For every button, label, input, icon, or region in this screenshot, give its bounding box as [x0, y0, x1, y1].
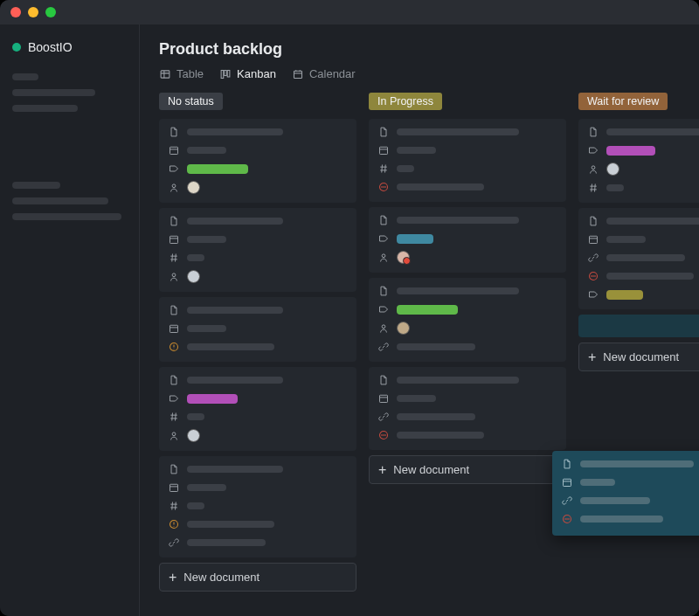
document-icon [587, 215, 599, 227]
assignee-avatar [187, 270, 200, 283]
link-icon [561, 495, 573, 507]
new-document-label: New document [393, 463, 469, 476]
kanban-card[interactable] [159, 367, 356, 451]
svg-rect-3 [221, 70, 224, 78]
column-header[interactable]: In Progress [369, 93, 442, 110]
new-document-label: New document [603, 350, 679, 363]
document-icon [168, 126, 180, 138]
svg-rect-4 [225, 70, 227, 75]
card-title [187, 218, 283, 225]
card-date [580, 479, 615, 486]
view-tabs: Table Kanban Calendar [159, 67, 699, 80]
svg-rect-20 [170, 325, 178, 332]
card-title [187, 307, 283, 314]
document-icon [168, 304, 180, 316]
new-document-button[interactable]: + New document [159, 563, 356, 592]
kanban-card[interactable] [369, 278, 566, 362]
view-tab-table[interactable]: Table [159, 67, 204, 80]
sidebar-item[interactable] [12, 182, 60, 189]
column-header[interactable]: Wait for review [578, 93, 668, 110]
person-icon [168, 182, 180, 194]
card-meta [397, 183, 484, 190]
link-icon [377, 341, 390, 353]
document-icon [168, 215, 180, 227]
card-date [187, 325, 226, 332]
card-tag [397, 305, 458, 315]
calendar-icon [168, 322, 180, 335]
new-document-label: New document [183, 571, 260, 584]
card-number [187, 254, 204, 261]
card-link [606, 254, 685, 261]
kanban-column-no-status: No status [159, 93, 356, 607]
card-tag [187, 394, 238, 404]
card-title [397, 217, 519, 224]
card-meta [187, 521, 274, 528]
workspace-name: BoostIO [28, 40, 73, 54]
svg-line-17 [172, 254, 173, 262]
app-window: BoostIO Product backlog Table [0, 0, 699, 616]
sidebar-item[interactable] [12, 213, 121, 220]
main-content: Product backlog Table Kanban [140, 24, 699, 616]
document-icon [168, 374, 180, 386]
kanban-card[interactable] [578, 119, 699, 203]
sidebar-item[interactable] [12, 73, 38, 80]
assignee-avatar [606, 163, 619, 176]
card-date [187, 147, 226, 154]
warning-icon [168, 518, 180, 530]
calendar-icon [168, 144, 180, 156]
view-tab-calendar[interactable]: Calendar [292, 67, 356, 80]
window-minimize-button[interactable] [28, 7, 38, 17]
document-icon [377, 285, 390, 297]
calendar-icon [561, 476, 573, 488]
dragging-card[interactable] [552, 451, 699, 536]
new-document-button[interactable]: + New document [369, 455, 566, 484]
svg-line-25 [172, 413, 173, 421]
window-close-button[interactable] [10, 7, 21, 17]
svg-rect-0 [161, 70, 170, 77]
kanban-card[interactable] [159, 208, 356, 292]
workspace-switcher[interactable]: BoostIO [12, 40, 127, 54]
card-title [606, 128, 699, 135]
kanban-column-in-progress: In Progress [369, 93, 566, 607]
kanban-card[interactable] [369, 119, 566, 202]
page-title: Product backlog [159, 40, 699, 59]
card-tag [397, 234, 433, 244]
view-tab-label: Calendar [309, 67, 356, 80]
card-date [397, 395, 436, 402]
kanban-card[interactable] [369, 207, 566, 273]
sidebar-item[interactable] [12, 89, 95, 96]
view-tab-kanban[interactable]: Kanban [219, 67, 276, 80]
card-drop-zone[interactable] [578, 315, 699, 337]
kanban-card[interactable] [159, 297, 356, 362]
sidebar-item[interactable] [12, 105, 78, 112]
svg-line-18 [176, 254, 176, 262]
kanban-card[interactable] [369, 367, 566, 450]
blocked-icon [561, 513, 573, 525]
assignee-avatar [397, 322, 410, 335]
tag-icon [168, 163, 180, 175]
window-maximize-button[interactable] [45, 7, 56, 17]
card-title [397, 377, 519, 384]
tag-icon [168, 392, 180, 405]
card-title [187, 466, 283, 473]
svg-rect-58 [564, 479, 571, 486]
hash-icon [377, 163, 390, 175]
calendar-icon [168, 481, 180, 494]
document-icon [377, 374, 390, 386]
document-icon [377, 126, 390, 138]
column-header[interactable]: No status [159, 93, 223, 110]
hash-icon [168, 500, 180, 512]
sidebar-item[interactable] [12, 197, 108, 204]
svg-line-33 [176, 502, 176, 510]
svg-line-32 [172, 502, 173, 510]
window-titlebar [0, 0, 699, 24]
hash-icon [168, 411, 180, 423]
kanban-card[interactable] [159, 456, 356, 557]
new-document-button[interactable]: + New document [578, 343, 699, 371]
table-icon [159, 68, 171, 80]
kanban-card[interactable] [578, 208, 699, 309]
person-icon [587, 163, 599, 176]
card-title [397, 128, 519, 135]
kanban-card[interactable] [159, 119, 356, 203]
svg-rect-35 [380, 147, 388, 154]
